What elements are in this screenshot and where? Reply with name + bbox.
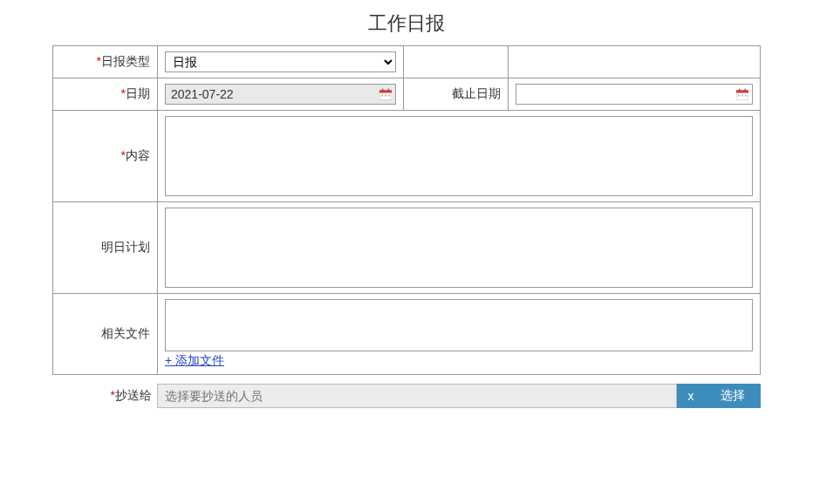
label-related-files: 相关文件	[53, 294, 158, 375]
svg-rect-6	[388, 95, 390, 97]
label-report-type: *日报类型	[53, 46, 158, 78]
due-date-input[interactable]	[522, 85, 731, 104]
empty-cell	[509, 46, 761, 78]
svg-rect-5	[385, 95, 386, 97]
label-due-date-text: 截止日期	[452, 86, 501, 100]
field-related-files: + 添加文件	[158, 294, 761, 375]
field-report-type: 日报	[158, 46, 404, 78]
label-tomorrow-plan: 明日计划	[53, 202, 158, 294]
due-date-input-wrap[interactable]	[516, 84, 753, 105]
field-content	[158, 111, 761, 202]
label-tomorrow-plan-text: 明日计划	[101, 240, 150, 254]
cc-clear-button[interactable]: x	[677, 384, 705, 408]
cc-select-button[interactable]: 选择	[705, 384, 761, 408]
svg-rect-3	[388, 89, 390, 92]
label-cc: *抄送给	[87, 388, 157, 404]
svg-rect-10	[745, 89, 747, 92]
svg-rect-4	[381, 95, 383, 97]
add-file-link[interactable]: + 添加文件	[165, 353, 224, 369]
label-content: *内容	[53, 111, 158, 202]
label-date: *日期	[53, 78, 158, 111]
label-date-text: 日期	[126, 86, 150, 100]
label-content-text: 内容	[126, 148, 150, 162]
content-textarea[interactable]	[165, 116, 753, 196]
cc-row: *抄送给 x 选择	[52, 384, 761, 408]
field-tomorrow-plan	[158, 202, 761, 294]
svg-rect-1	[379, 91, 392, 93]
field-date	[158, 78, 404, 111]
tomorrow-plan-textarea[interactable]	[165, 208, 753, 288]
field-due-date	[509, 78, 761, 111]
label-due-date: 截止日期	[404, 78, 509, 111]
file-list-box	[165, 299, 753, 351]
page-title: 工作日报	[52, 10, 761, 37]
svg-rect-13	[745, 95, 747, 97]
date-input-wrap[interactable]	[165, 84, 396, 105]
calendar-icon[interactable]	[379, 89, 392, 100]
svg-rect-12	[741, 95, 743, 97]
cc-input[interactable]	[157, 384, 677, 408]
label-related-files-text: 相关文件	[101, 326, 150, 340]
empty-cell	[404, 46, 509, 78]
svg-rect-11	[738, 95, 740, 97]
cc-input-group: x 选择	[157, 384, 761, 408]
report-type-select[interactable]: 日报	[165, 51, 396, 72]
svg-rect-8	[736, 91, 748, 93]
date-input[interactable]	[171, 85, 374, 104]
label-cc-text: 抄送给	[115, 388, 152, 402]
calendar-icon[interactable]	[736, 89, 748, 100]
form-table: *日报类型 日报 *日期	[52, 45, 761, 375]
svg-rect-2	[382, 89, 384, 92]
svg-rect-9	[739, 89, 741, 92]
label-report-type-text: 日报类型	[101, 54, 150, 68]
